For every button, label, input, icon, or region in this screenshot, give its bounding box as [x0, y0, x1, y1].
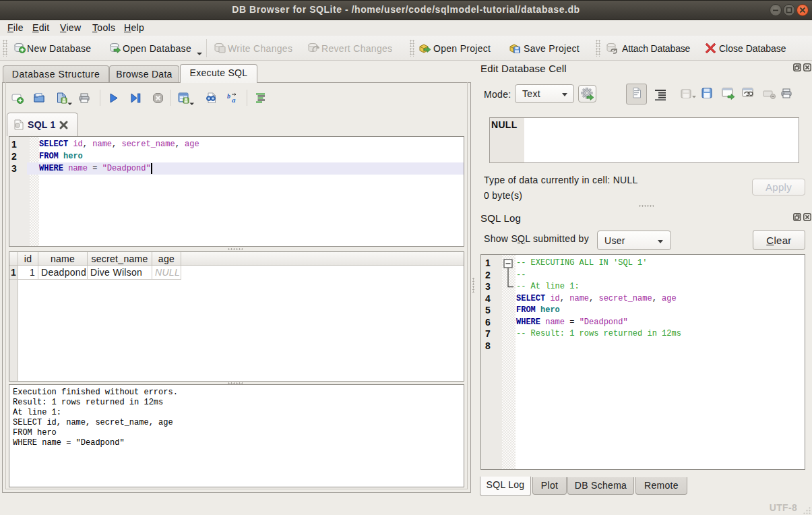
svg-text:a: a — [232, 96, 236, 104]
svg-text:b: b — [227, 92, 230, 100]
